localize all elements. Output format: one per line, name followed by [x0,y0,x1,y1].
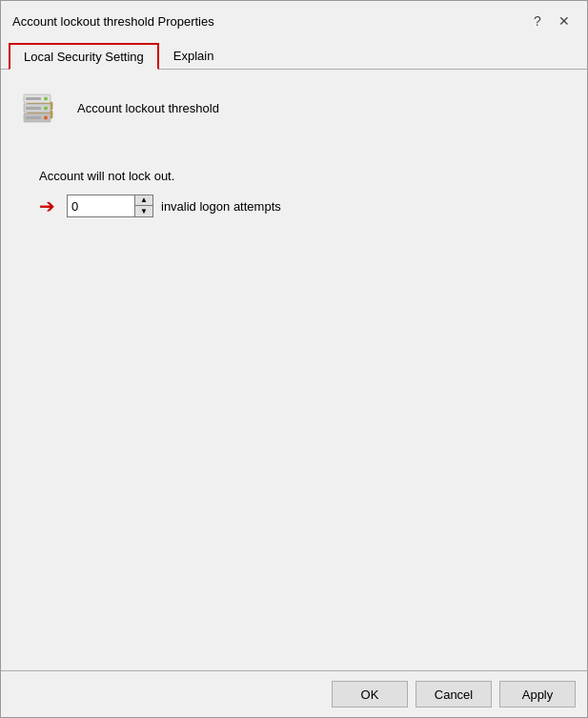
svg-rect-10 [26,116,41,119]
spin-up-button[interactable]: ▲ [135,195,152,206]
close-button[interactable]: ✕ [553,10,576,32]
help-button[interactable]: ? [526,10,549,32]
lockout-threshold-input[interactable] [68,195,134,216]
spin-down-button[interactable]: ▼ [135,206,152,216]
svg-rect-8 [26,97,41,100]
dialog-title: Account lockout threshold Properties [12,14,214,29]
footer: OK Cancel Apply [1,670,587,717]
svg-point-5 [44,97,48,101]
cancel-button[interactable]: Cancel [416,681,492,708]
ok-button[interactable]: OK [332,681,408,708]
svg-point-6 [44,107,48,111]
title-bar-controls: ? ✕ [526,10,576,32]
tab-explain[interactable]: Explain [159,43,229,69]
setting-body: Account will not lock out. ➔ ▲ ▼ invalid… [20,159,568,227]
apply-button[interactable]: Apply [499,681,576,708]
attempts-label: invalid logon attempts [161,199,281,214]
content-area: Account lockout threshold Account will n… [1,70,587,670]
security-server-icon [20,85,66,131]
arrow-indicator: ➔ [39,195,55,217]
svg-point-7 [44,116,48,120]
spinner-control: ▲ ▼ [67,195,153,217]
spinner-row: ➔ ▲ ▼ invalid logon attempts [39,195,549,217]
tab-bar: Local Security Setting Explain [1,37,587,70]
status-text: Account will not lock out. [39,169,549,183]
tab-local-security[interactable]: Local Security Setting [9,43,159,70]
svg-rect-9 [26,107,41,110]
spinner-buttons: ▲ ▼ [134,195,152,216]
setting-header: Account lockout threshold [20,85,568,131]
setting-title: Account lockout threshold [77,101,219,115]
dialog-window: Account lockout threshold Properties ? ✕… [0,0,588,718]
title-bar: Account lockout threshold Properties ? ✕ [1,1,587,33]
